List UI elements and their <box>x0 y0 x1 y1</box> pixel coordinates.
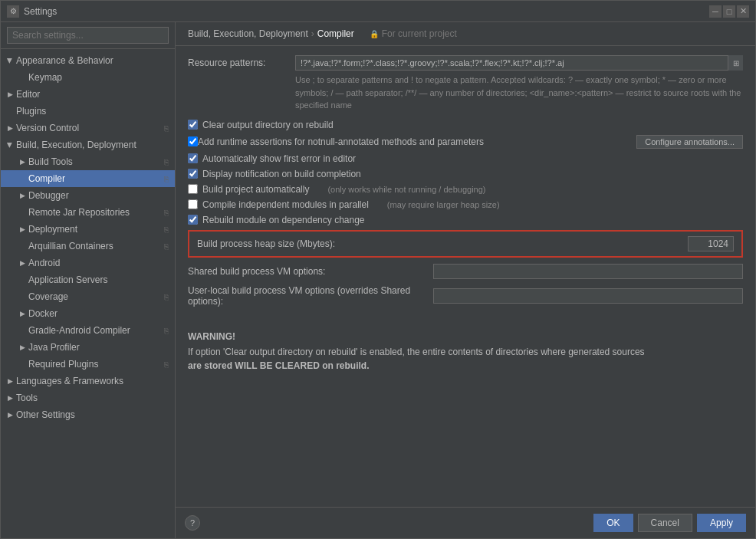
sidebar-item-version-control[interactable]: ▶ Version Control ⎘ <box>1 120 175 136</box>
copy-icon: ⎘ <box>164 124 169 133</box>
expand-arrow-icon: ▶ <box>4 392 16 404</box>
sidebar-item-label: Build Tools <box>28 156 73 167</box>
runtime-assertions-checkbox[interactable] <box>188 136 198 146</box>
help-button[interactable]: ? <box>185 515 200 531</box>
maximize-button[interactable]: □ <box>723 5 735 18</box>
apply-button[interactable]: Apply <box>697 514 746 532</box>
search-input[interactable] <box>7 27 169 44</box>
checkbox-label: Automatically show first error in editor <box>202 153 356 164</box>
checkbox-label: Build project automatically <box>202 184 309 195</box>
resource-patterns-input[interactable] <box>295 55 743 71</box>
window-title: Settings <box>24 6 709 17</box>
sidebar-item-build-execution[interactable]: ▶ Build, Execution, Deployment <box>1 136 175 153</box>
copy-icon: ⎘ <box>164 360 169 369</box>
warning-text: If option 'Clear output directory on reb… <box>188 345 743 373</box>
auto-show-error-checkbox[interactable] <box>188 153 198 163</box>
expand-arrow-icon: ▶ <box>16 307 28 320</box>
sidebar-item-label: Docker <box>28 308 58 319</box>
sidebar-item-application-servers[interactable]: ▶ Application Servers <box>1 271 175 288</box>
sidebar-item-keymap[interactable]: ▶ Keymap <box>1 69 175 86</box>
window-controls: ─ □ ✕ <box>709 5 749 18</box>
warning-text-line1: If option 'Clear output directory on reb… <box>188 347 645 357</box>
close-button[interactable]: ✕ <box>737 5 749 18</box>
sidebar-item-languages-frameworks[interactable]: ▶ Languages & Frameworks <box>1 373 175 389</box>
breadcrumb-arrow: › <box>311 28 314 39</box>
checkbox-compile-parallel: Compile independent modules in parallel … <box>188 199 743 210</box>
resource-patterns-row: Resource patterns: ⊞ <box>188 55 743 71</box>
checkbox-label: Clear output directory on rebuild <box>202 120 334 130</box>
sidebar-item-debugger[interactable]: ▶ Debugger <box>1 187 175 204</box>
sidebar-item-android[interactable]: ▶ Android <box>1 255 175 271</box>
sidebar-item-tools[interactable]: ▶ Tools <box>1 389 175 406</box>
settings-window: ⚙ Settings ─ □ ✕ ▶ Appearance & Behavior… <box>0 0 756 539</box>
sidebar-item-label: Compiler <box>28 173 65 184</box>
checkbox-label: Display notification on build completion <box>202 169 361 179</box>
user-vm-input[interactable] <box>433 288 743 304</box>
sidebar-item-build-tools[interactable]: ▶ Build Tools ⎘ <box>1 153 175 170</box>
checkbox-label: Add runtime assertions for notnull-annot… <box>198 136 484 147</box>
clear-output-checkbox[interactable] <box>188 120 198 130</box>
sidebar-item-other-settings[interactable]: ▶ Other Settings <box>1 406 175 423</box>
build-auto-checkbox[interactable] <box>188 184 198 194</box>
copy-icon: ⎘ <box>164 175 169 183</box>
sidebar-item-label: Tools <box>16 393 38 403</box>
configure-annotations-button[interactable]: Configure annotations... <box>636 135 743 149</box>
cancel-button[interactable]: Cancel <box>638 514 692 532</box>
breadcrumb-parent: Build, Execution, Deployment <box>188 28 308 39</box>
expand-arrow-icon: ▶ <box>4 409 16 421</box>
sidebar-item-label: Debugger <box>28 190 69 201</box>
display-notification-checkbox[interactable] <box>188 169 198 179</box>
sidebar-tree: ▶ Appearance & Behavior ▶ Keymap ▶ Edito… <box>1 49 175 538</box>
hint-text: Use ; to separate patterns and ! to nega… <box>295 74 743 112</box>
breadcrumb-current: Compiler <box>317 28 354 39</box>
sidebar-item-label: Arquillian Containers <box>28 241 113 251</box>
sidebar-item-gradle-android[interactable]: ▶ Gradle-Android Compiler ⎘ <box>1 322 175 339</box>
checkbox-auto-show-error: Automatically show first error in editor <box>188 153 743 164</box>
heap-size-row: Build process heap size (Mbytes): <box>188 230 743 258</box>
form-content: Resource patterns: ⊞ Use ; to separate p… <box>176 46 755 507</box>
expand-arrow-icon: ▶ <box>4 54 16 67</box>
sidebar-item-java-profiler[interactable]: ▶ Java Profiler <box>1 339 175 356</box>
expand-arrow-icon: ▶ <box>16 257 28 269</box>
sidebar-item-compiler[interactable]: ▶ Compiler ⎘ <box>1 170 175 187</box>
sidebar-item-label: Coverage <box>28 291 68 302</box>
lock-icon: 🔒 <box>370 30 379 38</box>
sidebar-item-label: Java Profiler <box>28 342 80 353</box>
window-icon: ⚙ <box>7 5 19 18</box>
sidebar-item-docker[interactable]: ▶ Docker <box>1 305 175 322</box>
sidebar-item-arquillian[interactable]: ▶ Arquillian Containers ⎘ <box>1 238 175 255</box>
sidebar-item-label: Version Control <box>16 123 79 133</box>
ok-button[interactable]: OK <box>593 514 633 532</box>
sidebar-item-required-plugins[interactable]: ▶ Required Plugins ⎘ <box>1 356 175 373</box>
sidebar-item-label: Appearance & Behavior <box>16 55 113 66</box>
resource-patterns-label: Resource patterns: <box>188 55 295 68</box>
checkbox-runtime-assertions: Add runtime assertions for notnull-annot… <box>188 135 743 149</box>
sidebar-item-label: Deployment <box>28 224 77 235</box>
checkbox-build-auto: Build project automatically (only works … <box>188 184 743 195</box>
sidebar-item-label: Application Servers <box>28 274 107 285</box>
sidebar-item-label: Languages & Frameworks <box>16 376 123 386</box>
sidebar-item-coverage[interactable]: ▶ Coverage ⎘ <box>1 288 175 305</box>
sidebar-item-label: Android <box>28 258 60 268</box>
minimize-button[interactable]: ─ <box>709 5 721 18</box>
expand-arrow-icon: ▶ <box>16 341 28 353</box>
checkbox-clear-output: Clear output directory on rebuild <box>188 120 743 130</box>
user-vm-options-row: User-local build process VM options (ove… <box>188 285 743 307</box>
heap-size-input[interactable] <box>688 236 734 251</box>
breadcrumb-project: 🔒 For current project <box>370 28 457 39</box>
copy-icon: ⎘ <box>164 327 169 335</box>
sidebar-item-deployment[interactable]: ▶ Deployment ⎘ <box>1 221 175 238</box>
shared-vm-label: Shared build process VM options: <box>188 266 433 277</box>
expand-button[interactable]: ⊞ <box>728 55 743 71</box>
sidebar-item-remote-jar[interactable]: ▶ Remote Jar Repositories ⎘ <box>1 204 175 221</box>
compile-parallel-checkbox[interactable] <box>188 199 198 209</box>
sidebar-item-plugins[interactable]: ▶ Plugins <box>1 103 175 120</box>
panel-header: Build, Execution, Deployment › Compiler … <box>176 22 755 46</box>
shared-vm-input[interactable] <box>433 264 743 279</box>
sidebar-item-editor[interactable]: ▶ Editor <box>1 86 175 103</box>
sidebar-item-appearance-behavior[interactable]: ▶ Appearance & Behavior <box>1 52 175 69</box>
shared-vm-options-row: Shared build process VM options: <box>188 264 743 279</box>
rebuild-module-checkbox[interactable] <box>188 215 198 225</box>
heap-size-label: Build process heap size (Mbytes): <box>197 238 688 249</box>
copy-icon: ⎘ <box>164 158 169 166</box>
